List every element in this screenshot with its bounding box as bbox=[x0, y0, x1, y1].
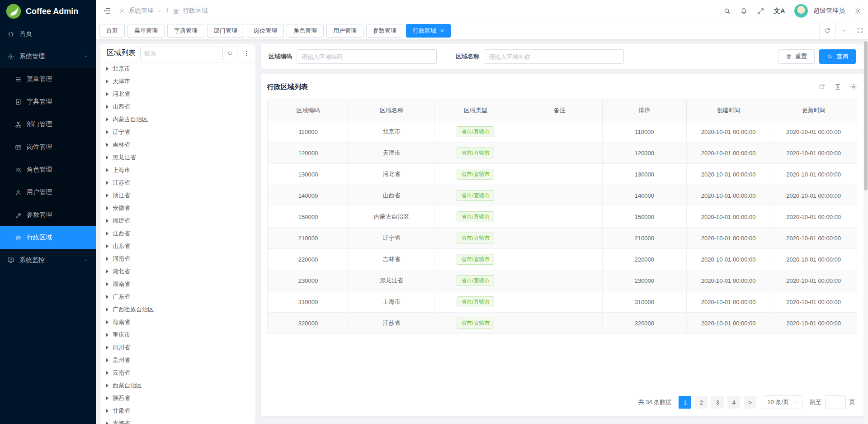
collapse-sidebar-icon[interactable] bbox=[103, 7, 111, 15]
sidebar-item-菜单管理[interactable]: 菜单管理 bbox=[0, 68, 96, 91]
sidebar-item-字典管理[interactable]: 字典管理 bbox=[0, 91, 96, 113]
tab-参数管理[interactable]: 参数管理 bbox=[366, 24, 403, 38]
tree-item-海南省[interactable]: 海南省 bbox=[100, 316, 255, 329]
tree-item-安徽省[interactable]: 安徽省 bbox=[100, 202, 255, 214]
table-row[interactable]: 310000 上海市 省市/直辖市 310000 2020-10-01 00:0… bbox=[268, 291, 857, 313]
search-icon[interactable] bbox=[723, 7, 731, 15]
caret-right-icon[interactable] bbox=[106, 67, 108, 71]
tree-item-浙江省[interactable]: 浙江省 bbox=[100, 189, 255, 202]
tree-item-天津市[interactable]: 天津市 bbox=[100, 75, 255, 88]
table-row[interactable]: 110000 北京市 省市/直辖市 110000 2020-10-01 00:0… bbox=[268, 121, 857, 143]
vertical-scrollbar[interactable] bbox=[863, 40, 868, 424]
caret-right-icon[interactable] bbox=[106, 320, 108, 324]
tab-部门管理[interactable]: 部门管理 bbox=[207, 24, 244, 38]
tree-item-青海省[interactable]: 青海省 bbox=[100, 417, 255, 424]
tree-item-上海市[interactable]: 上海市 bbox=[100, 164, 255, 176]
page-size-select[interactable]: 10 条/页 bbox=[763, 395, 802, 409]
tree-item-甘肃省[interactable]: 甘肃省 bbox=[100, 405, 255, 417]
tree-item-陕西省[interactable]: 陕西省 bbox=[100, 392, 255, 405]
caret-right-icon[interactable] bbox=[106, 181, 108, 185]
caret-right-icon[interactable] bbox=[106, 105, 108, 109]
sidebar-item-岗位管理[interactable]: 岗位管理 bbox=[0, 136, 96, 158]
tree-item-江西省[interactable]: 江西省 bbox=[100, 227, 255, 240]
tab-行政区域[interactable]: 行政区域 × bbox=[406, 24, 451, 38]
sidebar-item-home[interactable]: 首页 bbox=[0, 23, 96, 45]
caret-right-icon[interactable] bbox=[106, 92, 108, 96]
pagination-page-2[interactable]: 2 bbox=[695, 396, 708, 409]
caret-right-icon[interactable] bbox=[106, 130, 108, 134]
tree-item-河北省[interactable]: 河北省 bbox=[100, 88, 255, 100]
refresh-icon[interactable] bbox=[818, 83, 826, 91]
caret-right-icon[interactable] bbox=[106, 295, 108, 299]
tree-item-辽宁省[interactable]: 辽宁省 bbox=[100, 126, 255, 138]
table-row[interactable]: 210000 辽宁省 省市/直辖市 210000 2020-10-01 00:0… bbox=[268, 228, 857, 249]
region-search-button[interactable] bbox=[222, 47, 237, 60]
caret-right-icon[interactable] bbox=[106, 219, 108, 223]
avatar[interactable] bbox=[794, 4, 808, 18]
translate-icon[interactable]: 文A bbox=[774, 8, 785, 14]
table-row[interactable]: 220000 吉林省 省市/直辖市 220000 2020-10-01 00:0… bbox=[268, 249, 857, 270]
tree-item-四川省[interactable]: 四川省 bbox=[100, 341, 255, 354]
caret-right-icon[interactable] bbox=[106, 346, 108, 349]
caret-right-icon[interactable] bbox=[106, 168, 108, 172]
caret-right-icon[interactable] bbox=[106, 232, 108, 235]
tab-岗位管理[interactable]: 岗位管理 bbox=[247, 24, 284, 38]
tree-item-黑龙江省[interactable]: 黑龙江省 bbox=[100, 151, 255, 164]
caret-right-icon[interactable] bbox=[106, 257, 108, 261]
caret-right-icon[interactable] bbox=[106, 244, 108, 248]
caret-right-icon[interactable] bbox=[106, 118, 108, 121]
fullscreen-icon[interactable] bbox=[757, 7, 764, 15]
sidebar-item-参数管理[interactable]: 参数管理 bbox=[0, 204, 96, 226]
settings-gear-icon[interactable] bbox=[854, 7, 862, 15]
tab-用户管理[interactable]: 用户管理 bbox=[326, 24, 363, 38]
caret-right-icon[interactable] bbox=[106, 156, 108, 159]
tab-字典管理[interactable]: 字典管理 bbox=[167, 24, 204, 38]
caret-right-icon[interactable] bbox=[106, 358, 108, 362]
caret-right-icon[interactable] bbox=[106, 270, 108, 273]
table-row[interactable]: 230000 黑龙江省 省市/直辖市 230000 2020-10-01 00:… bbox=[268, 270, 857, 291]
search-button[interactable]: 查询 bbox=[819, 49, 856, 64]
tree-item-吉林省[interactable]: 吉林省 bbox=[100, 138, 255, 151]
pagination-page-3[interactable]: 3 bbox=[711, 396, 724, 409]
table-row[interactable]: 320000 江苏省 省市/直辖市 320000 2020-10-01 00:0… bbox=[268, 313, 857, 334]
sidebar-item-角色管理[interactable]: 角色管理 bbox=[0, 158, 96, 181]
settings-icon[interactable] bbox=[850, 83, 857, 91]
table-row[interactable]: 130000 河北省 省市/直辖市 130000 2020-10-01 00:0… bbox=[268, 164, 857, 185]
tree-item-北京市[interactable]: 北京市 bbox=[100, 62, 255, 75]
sidebar-item-部门管理[interactable]: 部门管理 bbox=[0, 113, 96, 136]
tab-菜单管理[interactable]: 菜单管理 bbox=[127, 24, 165, 38]
caret-right-icon[interactable] bbox=[106, 308, 108, 311]
caret-right-icon[interactable] bbox=[106, 282, 108, 286]
caret-right-icon[interactable] bbox=[106, 143, 108, 147]
tree-item-云南省[interactable]: 云南省 bbox=[100, 367, 255, 379]
tab-close-icon[interactable]: × bbox=[440, 28, 444, 33]
refresh-icon[interactable] bbox=[819, 22, 835, 39]
region-name-input[interactable] bbox=[484, 49, 624, 64]
tree-item-湖北省[interactable]: 湖北省 bbox=[100, 265, 255, 278]
tree-item-西藏自治区[interactable]: 西藏自治区 bbox=[100, 379, 255, 392]
caret-right-icon[interactable] bbox=[106, 206, 108, 210]
caret-right-icon[interactable] bbox=[106, 80, 108, 83]
table-row[interactable]: 140000 山西省 省市/直辖市 140000 2020-10-01 00:0… bbox=[268, 185, 857, 206]
kebab-menu-icon[interactable] bbox=[242, 50, 251, 57]
table-row[interactable]: 120000 天津市 省市/直辖市 120000 2020-10-01 00:0… bbox=[268, 143, 857, 164]
scrollbar-thumb[interactable] bbox=[864, 41, 868, 191]
tree-item-重庆市[interactable]: 重庆市 bbox=[100, 329, 255, 341]
tree-item-福建省[interactable]: 福建省 bbox=[100, 214, 255, 227]
tab-角色管理[interactable]: 角色管理 bbox=[287, 24, 324, 38]
caret-right-icon[interactable] bbox=[106, 396, 108, 400]
tree-item-内蒙古自治区[interactable]: 内蒙古自治区 bbox=[100, 113, 255, 126]
breadcrumb-level1[interactable]: 系统管理 bbox=[128, 7, 154, 15]
bell-icon[interactable] bbox=[740, 7, 748, 15]
sidebar-item-system-monitor[interactable]: 系统监控 bbox=[0, 249, 96, 272]
tree-item-广东省[interactable]: 广东省 bbox=[100, 291, 255, 303]
region-search-input[interactable] bbox=[141, 47, 222, 60]
user-name[interactable]: 超级管理员 bbox=[813, 7, 845, 15]
caret-right-icon[interactable] bbox=[106, 384, 108, 387]
sidebar-item-system-management[interactable]: 系统管理 bbox=[0, 45, 96, 68]
tree-item-贵州省[interactable]: 贵州省 bbox=[100, 354, 255, 367]
reset-button[interactable]: 重置 bbox=[778, 49, 815, 64]
table-row[interactable]: 150000 内蒙古自治区 省市/直辖市 150000 2020-10-01 0… bbox=[268, 206, 857, 228]
tree-item-山东省[interactable]: 山东省 bbox=[100, 240, 255, 252]
pagination-next-button[interactable]: > bbox=[744, 396, 756, 409]
